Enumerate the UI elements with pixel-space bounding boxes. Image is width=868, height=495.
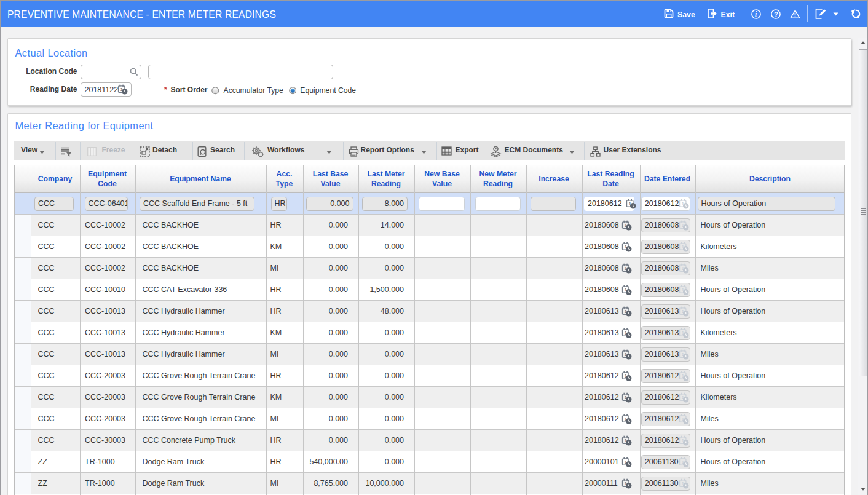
svg-text:?: ? bbox=[774, 10, 778, 18]
svg-text:i: i bbox=[755, 10, 757, 18]
